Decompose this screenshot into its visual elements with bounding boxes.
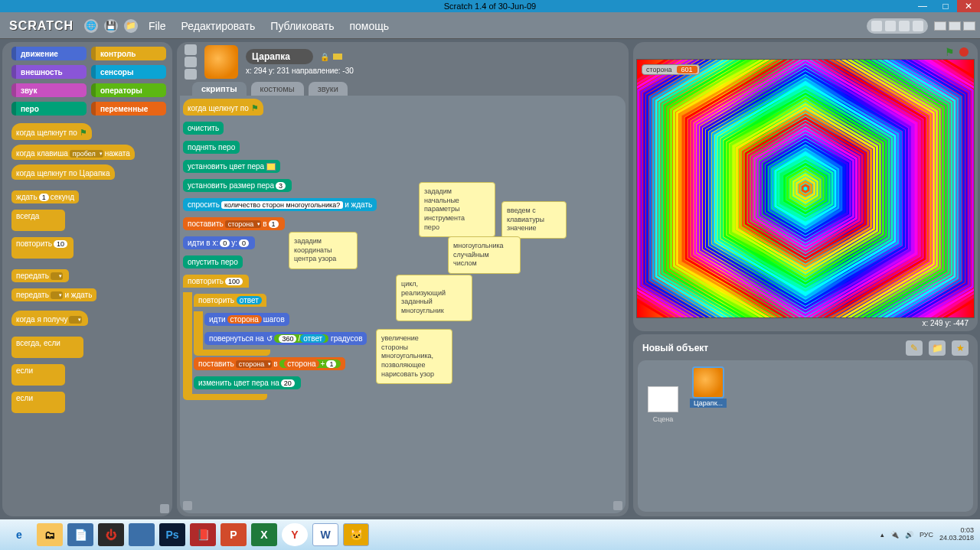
block-pen-down[interactable]: опустить перо — [183, 255, 243, 268]
sprite-rotate-none[interactable] — [185, 69, 197, 80]
stage[interactable]: сторона 601 — [636, 59, 975, 318]
sprite-rotate-free[interactable] — [185, 44, 197, 55]
taskbar-yandex[interactable]: Y — [282, 523, 308, 546]
view-presentation[interactable] — [963, 21, 975, 31]
tab-sounds[interactable]: звуки — [309, 82, 348, 96]
taskbar-word[interactable]: W — [312, 523, 338, 546]
block-ask[interactable]: спроситьколичество сторон многоугольника… — [183, 198, 377, 211]
palette-block-forever[interactable]: всегда — [11, 210, 65, 231]
comment-6[interactable]: увеличение стороны многоугольника, позво… — [376, 329, 452, 384]
taskbar-ie[interactable]: e — [6, 523, 32, 546]
paint-new-sprite[interactable]: ✎ — [906, 340, 923, 356]
block-turn[interactable]: повернуться на ↺ 360/ответ градусов — [204, 332, 367, 345]
svg-marker-28 — [710, 76, 900, 301]
palette-block-when-sprite[interactable]: когда щелкнут по Царапка — [11, 164, 115, 180]
taskbar-app3[interactable]: 📕 — [190, 523, 216, 546]
green-flag-button[interactable]: ⚑ — [945, 46, 955, 58]
taskbar-power[interactable]: ⏻ — [98, 523, 124, 546]
sprite-item-1[interactable]: Царапк... — [690, 366, 727, 408]
category-operators[interactable]: операторы — [91, 83, 166, 97]
view-small[interactable] — [934, 21, 946, 31]
taskbar-powerpoint[interactable]: P — [220, 523, 247, 546]
sprite-rotate-lr[interactable] — [185, 57, 197, 67]
category-pen[interactable]: перо — [11, 102, 87, 116]
choose-sprite-file[interactable]: 📁 — [929, 340, 946, 356]
comment-4[interactable]: зададим координаты центра узора — [289, 232, 358, 269]
toolbar-stamp-tools — [867, 18, 928, 34]
menu-file[interactable]: File — [144, 17, 171, 35]
stop-button[interactable] — [959, 47, 969, 57]
block-pen-up[interactable]: поднять перо — [183, 141, 240, 154]
sprite-name-field[interactable]: Царапка — [246, 49, 313, 64]
block-clear[interactable]: очистить — [183, 122, 224, 135]
palette-block-when-key[interactable]: когда клавишапробелнажата — [11, 145, 135, 160]
tray-power-icon[interactable]: 🔌 — [890, 531, 899, 539]
palette-block-when-receive[interactable]: когда я получу — [11, 311, 88, 326]
random-sprite[interactable]: ★ — [952, 340, 969, 356]
category-looks[interactable]: внешность — [11, 65, 87, 79]
tray-flag-icon[interactable]: ▴ — [880, 531, 884, 539]
block-repeat-outer[interactable]: повторить100 — [183, 275, 249, 288]
block-set-pen-size[interactable]: установить размер пера3 — [183, 179, 292, 192]
script-area[interactable]: когда щелкнут по ⚑ очистить поднять перо… — [180, 96, 626, 513]
taskbar-excel[interactable]: X — [251, 523, 277, 546]
block-repeat-inner-foot[interactable] — [194, 350, 270, 356]
open-icon[interactable]: 📁 — [124, 19, 138, 33]
palette-block-when-flag[interactable]: когда щелкнут по ⚑ — [11, 123, 92, 140]
category-sensing[interactable]: сенсоры — [91, 65, 166, 79]
tab-scripts[interactable]: скрипты — [192, 82, 247, 96]
menu-edit[interactable]: Редактировать — [177, 17, 260, 35]
block-set-var-2[interactable]: поставитьсторонав сторона+1 — [194, 357, 345, 370]
save-icon[interactable]: 💾 — [104, 19, 118, 33]
block-change-pen-color[interactable]: изменить цвет пера на20 — [194, 376, 301, 389]
palette-block-broadcast-wait[interactable]: передать и ждать — [11, 288, 96, 301]
taskbar-app2[interactable] — [129, 523, 155, 546]
comment-2[interactable]: введем с клавиатуры значение — [501, 201, 567, 239]
category-motion[interactable]: движение — [11, 47, 87, 60]
stamp-tool[interactable] — [871, 21, 882, 31]
grow-tool[interactable] — [899, 21, 910, 31]
script-scrollbar-v[interactable] — [613, 501, 622, 510]
category-variables[interactable]: переменные — [91, 102, 166, 116]
taskbar-app1[interactable]: 📄 — [67, 523, 93, 546]
script-scrollbar-h[interactable] — [183, 501, 192, 510]
block-move[interactable]: идтисторонашагов — [204, 313, 289, 326]
shrink-tool[interactable] — [913, 21, 923, 31]
taskbar-explorer[interactable]: 🗂 — [37, 523, 63, 546]
taskbar-scratch[interactable]: 🐱 — [343, 523, 369, 546]
palette-block-forever-if[interactable]: всегда, если — [11, 337, 83, 358]
menu-share[interactable]: Публиковать — [266, 17, 338, 35]
variable-monitor[interactable]: сторона 601 — [642, 64, 700, 75]
close-button[interactable]: ✕ — [957, 0, 980, 12]
tray-volume-icon[interactable]: 🔊 — [905, 531, 913, 539]
palette-block-repeat[interactable]: повторить10 — [11, 237, 74, 259]
comment-5[interactable]: цикл, реализующий заданный многоугльник — [396, 275, 472, 321]
category-control[interactable]: контроль — [91, 47, 166, 60]
palette-block-if[interactable]: если — [11, 364, 65, 386]
menu-help[interactable]: помощь — [345, 17, 394, 35]
palette-block-wait[interactable]: ждать1секунд — [11, 190, 79, 203]
taskbar-photoshop[interactable]: Ps — [159, 523, 185, 546]
stage-item[interactable]: Сцена — [644, 366, 682, 506]
globe-icon[interactable]: 🌐 — [84, 19, 98, 33]
block-goto-xy[interactable]: идти в x:0y:0 — [183, 236, 255, 249]
palette-scrollbar[interactable] — [160, 504, 169, 513]
comment-1[interactable]: зададим начальные параметры инструмента … — [419, 182, 495, 237]
block-when-flag[interactable]: когда щелкнут по ⚑ — [183, 99, 263, 116]
minimize-button[interactable]: — — [911, 0, 934, 12]
lock-icon[interactable]: 🔒 — [320, 53, 329, 61]
tab-costumes[interactable]: костюмы — [251, 82, 304, 96]
palette-block-broadcast[interactable]: передать — [11, 269, 69, 282]
block-set-var[interactable]: поставитьсторонав1 — [183, 217, 285, 230]
scissors-tool[interactable] — [885, 21, 896, 31]
block-set-pen-color[interactable]: установить цвет пера — [183, 160, 280, 173]
tray-lang[interactable]: РУС — [920, 531, 933, 539]
maximize-button[interactable]: □ — [934, 0, 957, 12]
tray-clock[interactable]: 0:03 24.03.2018 — [939, 527, 974, 542]
view-medium[interactable] — [949, 21, 961, 31]
block-repeat-outer-foot[interactable] — [183, 394, 267, 400]
palette-block-if-else[interactable]: если — [11, 392, 65, 413]
comment-3[interactable]: многоугольника случайным числом — [448, 236, 521, 274]
block-repeat-inner[interactable]: повторить ответ — [194, 294, 266, 307]
category-sound[interactable]: звук — [11, 83, 87, 97]
